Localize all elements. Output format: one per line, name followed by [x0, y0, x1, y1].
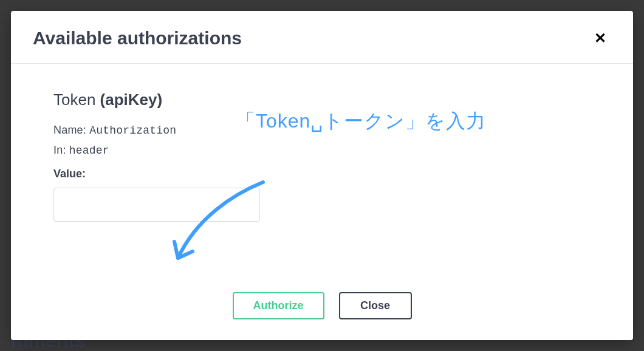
auth-scheme-name: Token: [53, 90, 100, 109]
modal-title: Available authorizations: [33, 28, 242, 49]
annotation-text: 「Token␣トークン」を入力: [236, 108, 486, 135]
auth-value-label: Value:: [53, 168, 591, 180]
auth-in-row: In: header: [53, 144, 591, 157]
close-icon[interactable]: ✕: [589, 29, 611, 48]
auth-in-value: header: [69, 145, 109, 157]
auth-name-label: Name:: [53, 124, 89, 136]
annotation-arrow-icon: [154, 170, 275, 279]
modal-body: Token (apiKey) Name: Authorization In: h…: [11, 64, 633, 279]
close-button[interactable]: Close: [339, 292, 412, 319]
auth-value-input[interactable]: [53, 188, 260, 222]
authorization-modal: Available authorizations ✕ Token (apiKey…: [11, 11, 633, 340]
auth-in-label: In:: [53, 144, 69, 156]
auth-scheme-title: Token (apiKey): [53, 90, 591, 109]
authorize-button[interactable]: Authorize: [233, 292, 324, 319]
modal-header: Available authorizations ✕: [11, 11, 633, 64]
modal-footer: Authorize Close: [11, 279, 633, 340]
auth-name-value: Authorization: [89, 124, 176, 137]
auth-scheme-type: (apiKey): [100, 90, 163, 109]
